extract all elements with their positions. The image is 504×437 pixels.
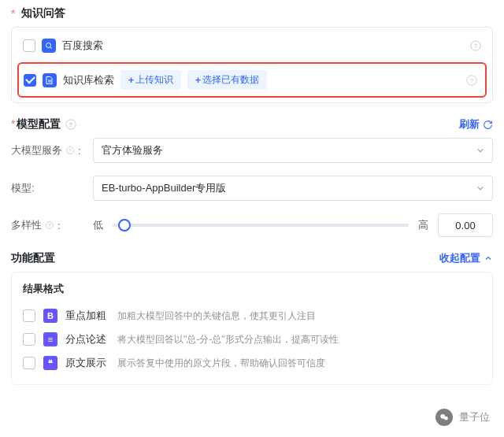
format-option-bullets[interactable]: ≡ 分点论述 将大模型回答以"总-分-总"形式分点输出，提高可读性 xyxy=(23,328,481,351)
help-icon[interactable]: ? xyxy=(45,220,54,230)
refresh-button[interactable]: 刷新 xyxy=(459,117,493,131)
qa-section: 知识问答 百度搜索 ? 知识库检索 + 上传知识 + 选择已有数据 xyxy=(11,6,493,103)
plus-icon: + xyxy=(195,75,201,86)
model-title: 模型配置 xyxy=(11,117,61,131)
checkbox[interactable] xyxy=(23,39,35,52)
select-existing-button[interactable]: + 选择已有数据 xyxy=(187,70,267,90)
format-desc: 将大模型回答以"总-分-总"形式分点输出，提高可读性 xyxy=(117,333,339,346)
upload-knowledge-button[interactable]: + 上传知识 xyxy=(120,70,181,90)
result-format-title: 结果格式 xyxy=(23,282,481,296)
help-icon[interactable]: ? xyxy=(65,119,76,130)
qa-option-kb[interactable]: 知识库检索 + 上传知识 + 选择已有数据 ? xyxy=(17,62,487,98)
svg-text:?: ? xyxy=(69,121,73,128)
help-icon[interactable]: ? xyxy=(65,146,75,155)
func-section: 功能配置 收起配置 结果格式 B 重点加粗 加粗大模型回答中的关键信息，使其更引… xyxy=(11,251,493,385)
svg-text:?: ? xyxy=(48,223,51,228)
option-label: 知识库检索 xyxy=(63,73,114,87)
model-header: 模型配置 ? 刷新 xyxy=(11,117,493,131)
checkbox[interactable] xyxy=(24,74,36,87)
help-icon[interactable]: ? xyxy=(466,75,477,86)
service-row: 大模型服务 ? : 官方体验服务 xyxy=(11,138,493,163)
qa-title: 知识问答 xyxy=(11,6,493,20)
chevron-down-icon xyxy=(475,183,486,194)
option-label: 百度搜索 xyxy=(62,39,103,53)
service-label: 大模型服务 ? : xyxy=(11,143,93,157)
search-source-icon xyxy=(42,39,56,53)
model-label: 模型: xyxy=(11,181,93,195)
quote-icon: ❝ xyxy=(43,356,57,370)
format-option-source[interactable]: ❝ 原文展示 展示答复中使用的原文片段，帮助确认回答可信度 xyxy=(23,351,481,375)
diversity-label: 多样性 ? : xyxy=(11,218,93,232)
format-option-bold[interactable]: B 重点加粗 加粗大模型回答中的关键信息，使其更引人注目 xyxy=(23,304,481,328)
checkbox[interactable] xyxy=(23,357,35,369)
list-icon: ≡ xyxy=(43,332,57,346)
format-desc: 加粗大模型回答中的关键信息，使其更引人注目 xyxy=(117,309,316,323)
svg-text:?: ? xyxy=(474,43,478,50)
model-section: 模型配置 ? 刷新 大模型服务 ? : 官方体验服务 模型: EB-turbo-… xyxy=(11,117,493,237)
diversity-row: 多样性 ? : 低 高 xyxy=(11,213,493,237)
diversity-slider[interactable] xyxy=(113,224,409,227)
collapse-button[interactable]: 收起配置 xyxy=(439,251,493,265)
help-icon[interactable]: ? xyxy=(470,40,481,51)
qa-option-baidu[interactable]: 百度搜索 ? xyxy=(18,32,486,59)
chevron-down-icon xyxy=(475,145,486,156)
kb-source-icon xyxy=(43,73,57,87)
func-title: 功能配置 xyxy=(11,251,55,265)
result-format-card: 结果格式 B 重点加粗 加粗大模型回答中的关键信息，使其更引人注目 ≡ 分点论述… xyxy=(11,272,493,385)
model-select[interactable]: EB-turbo-AppBuilder专用版 xyxy=(93,176,493,201)
format-desc: 展示答复中使用的原文片段，帮助确认回答可信度 xyxy=(117,357,325,370)
checkbox[interactable] xyxy=(23,333,35,346)
slider-high-label: 高 xyxy=(418,218,428,232)
svg-text:?: ? xyxy=(69,148,72,153)
bold-icon: B xyxy=(43,309,57,323)
format-name: 重点加粗 xyxy=(65,309,106,323)
slider-thumb[interactable] xyxy=(118,219,131,231)
svg-text:?: ? xyxy=(470,76,474,83)
service-select[interactable]: 官方体验服务 xyxy=(93,138,493,163)
checkbox[interactable] xyxy=(23,309,35,322)
model-row: 模型: EB-turbo-AppBuilder专用版 xyxy=(11,176,493,201)
qa-card: 百度搜索 ? 知识库检索 + 上传知识 + 选择已有数据 ? xyxy=(11,27,493,103)
format-name: 分点论述 xyxy=(65,332,106,346)
format-name: 原文展示 xyxy=(65,356,106,370)
diversity-value-input[interactable] xyxy=(438,213,493,237)
func-header: 功能配置 收起配置 xyxy=(11,251,493,265)
plus-icon: + xyxy=(128,75,134,86)
slider-low-label: 低 xyxy=(93,218,103,232)
